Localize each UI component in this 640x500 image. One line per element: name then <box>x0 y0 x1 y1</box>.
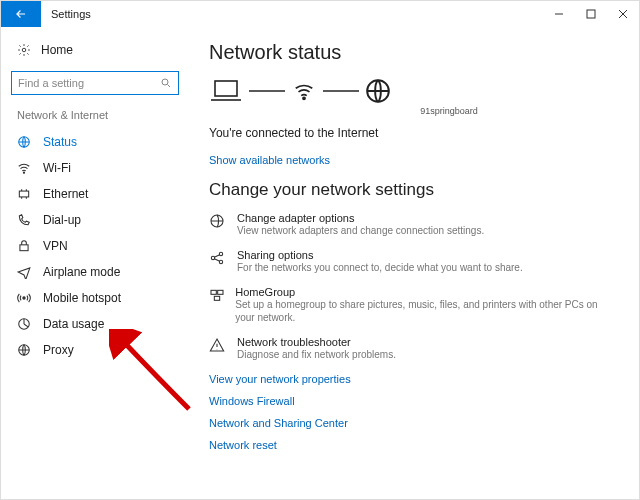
option-title: HomeGroup <box>235 286 619 298</box>
line-icon <box>249 89 285 93</box>
home-label: Home <box>41 43 73 57</box>
sidebar-item-label: Proxy <box>43 343 74 357</box>
change-heading: Change your network settings <box>209 180 619 200</box>
sidebar-item-vpn[interactable]: VPN <box>1 233 189 259</box>
option-desc: Set up a homegroup to share pictures, mu… <box>235 298 619 324</box>
option-title: Network troubleshooter <box>237 336 396 348</box>
option-homegroup[interactable]: HomeGroupSet up a homegroup to share pic… <box>209 286 619 324</box>
svg-rect-6 <box>19 191 28 197</box>
sidebar-item-label: Dial-up <box>43 213 81 227</box>
data-icon <box>17 317 31 331</box>
maximize-button[interactable] <box>575 1 607 27</box>
sidebar-item-status[interactable]: Status <box>1 129 189 155</box>
sidebar: Home Find a setting Network & Internet S… <box>1 27 189 499</box>
sidebar-item-label: Wi-Fi <box>43 161 71 175</box>
sidebar-item-label: Data usage <box>43 317 104 331</box>
proxy-icon <box>17 343 31 357</box>
link-reset[interactable]: Network reset <box>209 439 619 451</box>
ethernet-icon <box>17 187 31 201</box>
back-button[interactable] <box>1 1 41 27</box>
option-adapter[interactable]: Change adapter optionsView network adapt… <box>209 212 619 237</box>
search-placeholder: Find a setting <box>18 77 160 89</box>
gear-icon <box>17 43 31 57</box>
globe-icon <box>365 78 391 104</box>
link-firewall[interactable]: Windows Firewall <box>209 395 619 407</box>
search-icon <box>160 77 172 89</box>
sidebar-item-label: Status <box>43 135 77 149</box>
adapter-icon <box>209 212 227 237</box>
sidebar-item-ethernet[interactable]: Ethernet <box>1 181 189 207</box>
option-desc: View network adapters and change connect… <box>237 224 484 237</box>
svg-rect-21 <box>218 290 223 294</box>
network-diagram <box>209 78 619 104</box>
home-button[interactable]: Home <box>1 37 189 63</box>
laptop-icon <box>209 78 243 104</box>
svg-point-2 <box>22 48 26 52</box>
wifi-signal-icon <box>291 80 317 102</box>
svg-rect-7 <box>20 245 28 251</box>
link-properties[interactable]: View your network properties <box>209 373 619 385</box>
sidebar-item-hotspot[interactable]: Mobile hotspot <box>1 285 189 311</box>
option-title: Sharing options <box>237 249 523 261</box>
connection-status: You're connected to the Internet <box>209 126 619 140</box>
show-available-link[interactable]: Show available networks <box>209 154 619 166</box>
option-title: Change adapter options <box>237 212 484 224</box>
main-panel: Network status 91springboard You're conn… <box>189 27 639 499</box>
sidebar-item-proxy[interactable]: Proxy <box>1 337 189 363</box>
sidebar-item-label: Mobile hotspot <box>43 291 121 305</box>
sidebar-item-wifi[interactable]: Wi-Fi <box>1 155 189 181</box>
svg-rect-11 <box>215 81 237 96</box>
svg-point-13 <box>303 97 305 99</box>
ssid-label: 91springboard <box>279 106 619 116</box>
line-icon <box>323 89 359 93</box>
svg-rect-22 <box>214 296 219 300</box>
svg-rect-1 <box>587 10 595 18</box>
link-sharing-center[interactable]: Network and Sharing Center <box>209 417 619 429</box>
sidebar-item-airplane[interactable]: Airplane mode <box>1 259 189 285</box>
sidebar-item-label: VPN <box>43 239 68 253</box>
svg-point-3 <box>162 79 168 85</box>
svg-rect-20 <box>211 290 216 294</box>
section-label: Network & Internet <box>1 105 189 129</box>
svg-point-8 <box>23 297 25 299</box>
status-icon <box>17 135 31 149</box>
wifi-icon <box>17 161 31 175</box>
window-title: Settings <box>41 1 101 27</box>
search-input[interactable]: Find a setting <box>11 71 179 95</box>
option-sharing[interactable]: Sharing optionsFor the networks you conn… <box>209 249 619 274</box>
page-heading: Network status <box>209 41 619 64</box>
sidebar-item-label: Airplane mode <box>43 265 120 279</box>
option-troubleshoot[interactable]: Network troubleshooterDiagnose and fix n… <box>209 336 619 361</box>
homegroup-icon <box>209 286 225 324</box>
sharing-icon <box>209 249 227 274</box>
sidebar-item-label: Ethernet <box>43 187 88 201</box>
airplane-icon <box>17 265 31 279</box>
option-desc: Diagnose and fix network problems. <box>237 348 396 361</box>
option-desc: For the networks you connect to, decide … <box>237 261 523 274</box>
troubleshoot-icon <box>209 336 227 361</box>
vpn-icon <box>17 239 31 253</box>
minimize-button[interactable] <box>543 1 575 27</box>
close-button[interactable] <box>607 1 639 27</box>
hotspot-icon <box>17 291 31 305</box>
sidebar-item-dialup[interactable]: Dial-up <box>1 207 189 233</box>
titlebar: Settings <box>1 1 639 27</box>
sidebar-item-datausage[interactable]: Data usage <box>1 311 189 337</box>
svg-point-5 <box>23 172 24 173</box>
phone-icon <box>17 213 31 227</box>
